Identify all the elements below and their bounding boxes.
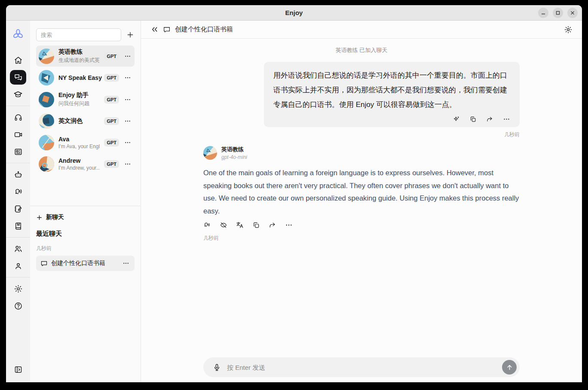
rail-divider	[6, 277, 30, 277]
gpt-badge: GPT	[104, 96, 119, 104]
translate-icon[interactable]	[236, 221, 244, 229]
send-icon[interactable]	[502, 360, 517, 375]
agent-item-ava[interactable]: Ava I'm Ava, your English... GPT	[36, 132, 135, 153]
user-message-time: 几秒前	[504, 131, 520, 138]
agent-avatar	[39, 113, 54, 129]
more-icon[interactable]	[123, 95, 132, 104]
forward-icon[interactable]	[269, 221, 276, 229]
collapse-panel-icon[interactable]	[9, 361, 27, 378]
chat-bubble-icon	[40, 260, 48, 267]
logo-icon	[12, 26, 24, 43]
copy-icon[interactable]	[252, 221, 260, 229]
profile-icon[interactable]	[9, 257, 27, 274]
agent-name: 英文润色	[58, 117, 100, 125]
agent-description: 生成地道的美式英语，纽...	[58, 57, 100, 64]
user-message-text: 用外语说我们自己想说的话是学习外语的其中一个重要目的。市面上的口语书实际上并不实…	[273, 68, 510, 112]
message-input[interactable]	[227, 364, 502, 371]
news-icon[interactable]	[9, 143, 27, 160]
window-controls	[538, 8, 578, 18]
more-icon[interactable]	[123, 73, 132, 82]
assistant-message-time: 几秒前	[203, 235, 520, 242]
recent-group-time: 几秒前	[36, 245, 135, 252]
new-chat-button[interactable]: 新聊天	[36, 213, 135, 221]
user-message-actions	[273, 116, 510, 123]
agent-name: Enjoy 助手	[58, 91, 100, 99]
recent-chat-item[interactable]: 创建个性化口语书籍	[36, 256, 135, 271]
user-message-card: 用外语说我们自己想说的话是学习外语的其中一个重要目的。市面上的口语书实际上并不实…	[264, 62, 520, 127]
nav-rail	[6, 21, 30, 382]
rail-divider	[6, 163, 30, 163]
copy-icon[interactable]	[469, 116, 477, 123]
more-icon[interactable]	[123, 138, 132, 147]
assistant-message-text: One of the main goals of learning a fore…	[203, 167, 520, 217]
close-button[interactable]	[567, 8, 578, 18]
speak-icon[interactable]	[203, 221, 211, 229]
eye-off-icon[interactable]	[220, 221, 227, 229]
more-icon[interactable]	[123, 52, 132, 61]
chat-title: 创建个性化口语书籍	[175, 25, 233, 34]
minimize-button[interactable]	[538, 8, 548, 18]
collapse-chevrons-icon[interactable]	[150, 25, 159, 34]
agent-description: I'm Ava, your English...	[58, 143, 100, 149]
video-icon[interactable]	[9, 126, 27, 143]
agent-list: 英语教练 生成地道的美式英语，纽... GPT	[36, 46, 135, 174]
maximize-button[interactable]	[553, 8, 563, 18]
notebook-icon[interactable]	[9, 200, 27, 217]
forward-icon[interactable]	[486, 116, 493, 123]
new-chat-label: 新聊天	[46, 213, 64, 221]
book-icon[interactable]	[9, 217, 27, 235]
chat-main: 创建个性化口语书籍 英语教练 已加入聊天 用外语说我们自己想说的话是学习外语的其…	[141, 21, 582, 382]
school-icon[interactable]	[9, 86, 27, 103]
headphones-icon[interactable]	[9, 109, 27, 126]
chat-header: 创建个性化口语书籍	[141, 21, 582, 39]
agent-description: 问我任何问题	[58, 100, 100, 107]
microphone-icon[interactable]	[213, 363, 221, 372]
chats-icon[interactable]	[10, 70, 26, 85]
robot-icon[interactable]	[9, 166, 27, 183]
search-input[interactable]	[36, 28, 121, 41]
gpt-badge: GPT	[104, 139, 119, 146]
assistant-message: 英语教练 gpt-4o-mini One of the main goals o…	[203, 146, 520, 242]
more-icon[interactable]	[122, 259, 130, 268]
assistant-message-actions	[203, 221, 520, 229]
gpt-badge: GPT	[104, 52, 119, 60]
agent-avatar	[39, 135, 54, 150]
window-title: Enjoy	[285, 9, 303, 16]
agent-name: Andrew	[58, 157, 100, 164]
chat-bubble-icon	[163, 26, 171, 34]
rail-divider	[6, 237, 30, 238]
agent-avatar	[39, 92, 54, 107]
agent-avatar	[39, 49, 54, 64]
more-icon[interactable]	[285, 221, 293, 229]
agent-item-english-coach[interactable]: 英语教练 生成地道的美式英语，纽... GPT	[36, 46, 135, 67]
more-icon[interactable]	[123, 160, 132, 168]
sparkles-icon[interactable]	[453, 116, 460, 123]
settings-icon[interactable]	[564, 25, 573, 34]
composer	[141, 357, 582, 382]
agents-panel: 英语教练 生成地道的美式英语，纽... GPT	[30, 21, 141, 382]
plus-icon	[36, 214, 43, 221]
agent-item-andrew[interactable]: Andrew I'm Andrew, your... GPT	[36, 154, 135, 174]
gpt-badge: GPT	[104, 74, 119, 82]
more-icon[interactable]	[123, 117, 132, 125]
community-icon[interactable]	[9, 240, 27, 257]
more-icon[interactable]	[503, 116, 510, 123]
agent-description: I'm Andrew, your...	[58, 165, 100, 171]
settings-icon[interactable]	[9, 280, 27, 297]
gpt-badge: GPT	[104, 160, 119, 168]
pronunciation-icon[interactable]	[9, 183, 27, 200]
assistant-avatar	[203, 146, 217, 160]
recent-chats-heading: 最近聊天	[36, 230, 135, 238]
agent-item-ny-speak-easy[interactable]: NY Speak Easy GPT	[36, 67, 135, 88]
gpt-badge: GPT	[104, 117, 119, 125]
agent-avatar	[39, 70, 54, 85]
agent-item-english-polish[interactable]: 英文润色 GPT	[36, 111, 135, 131]
add-agent-button[interactable]	[126, 29, 135, 40]
recent-chat-title: 创建个性化口语书籍	[51, 259, 118, 267]
app-window: Enjoy	[6, 5, 582, 382]
home-icon[interactable]	[9, 52, 27, 69]
help-icon[interactable]	[9, 297, 27, 314]
agent-name: Ava	[58, 136, 100, 143]
assistant-model: gpt-4o-mini	[221, 154, 247, 160]
agent-item-enjoy-assistant[interactable]: Enjoy 助手 问我任何问题 GPT	[36, 89, 135, 110]
